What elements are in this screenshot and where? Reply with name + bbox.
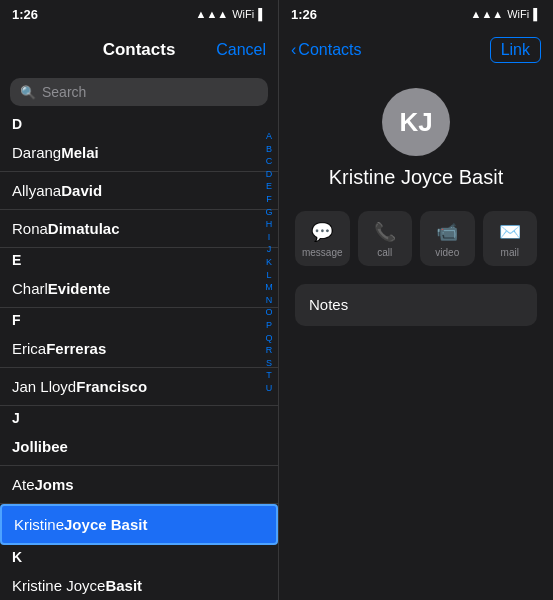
contact-first-name: Allyana — [12, 182, 61, 199]
alpha-letter[interactable]: D — [266, 168, 273, 181]
signal-icon-right: ▲▲▲ — [471, 8, 504, 20]
status-icons-left: ▲▲▲ WiFi ▌ — [196, 8, 266, 20]
action-label-video: video — [435, 247, 459, 258]
alpha-letter[interactable]: M — [265, 281, 273, 294]
alpha-letter[interactable]: C — [266, 155, 273, 168]
alphabet-index[interactable]: ABCDEFGHIJKLMNOPQRSTU — [262, 130, 276, 394]
video-icon: 📹 — [436, 221, 458, 243]
alpha-letter[interactable]: O — [265, 306, 272, 319]
section-header: J — [0, 406, 278, 428]
contact-first-name: Kristine Joyce — [12, 577, 105, 594]
contact-last-name: Francisco — [76, 378, 147, 395]
list-item[interactable]: Darang Melai — [0, 134, 278, 172]
link-button[interactable]: Link — [490, 37, 541, 63]
contact-last-name: Basit — [105, 577, 142, 594]
contact-first-name: Rona — [12, 220, 48, 237]
wifi-icon: WiFi — [232, 8, 254, 20]
section-header: K — [0, 545, 278, 567]
alpha-letter[interactable]: N — [266, 294, 273, 307]
alpha-letter[interactable]: P — [266, 319, 272, 332]
status-icons-right: ▲▲▲ WiFi ▌ — [471, 8, 541, 20]
alpha-letter[interactable]: U — [266, 382, 273, 395]
alpha-letter[interactable]: E — [266, 180, 272, 193]
list-item[interactable]: Jan Lloyd Francisco — [0, 368, 278, 406]
list-item[interactable]: Kristine Joyce Basit — [0, 567, 278, 600]
call-icon: 📞 — [374, 221, 396, 243]
alpha-letter[interactable]: L — [266, 269, 271, 282]
contact-first-name: Kristine — [14, 516, 64, 533]
contact-first-name: Erica — [12, 340, 46, 357]
action-button-call[interactable]: 📞call — [358, 211, 413, 266]
section-header: D — [0, 112, 278, 134]
search-bar: 🔍 Search — [0, 72, 278, 112]
contact-last-name: Joms — [35, 476, 74, 493]
search-placeholder: Search — [42, 84, 86, 100]
alpha-letter[interactable]: H — [266, 218, 273, 231]
avatar-initials: KJ — [399, 107, 432, 138]
search-input-wrap[interactable]: 🔍 Search — [10, 78, 268, 106]
alpha-letter[interactable]: I — [268, 231, 271, 244]
contact-first-name: Ate — [12, 476, 35, 493]
list-item[interactable]: Ate Joms — [0, 466, 278, 504]
message-icon: 💬 — [311, 221, 333, 243]
list-item[interactable]: Jollibee — [0, 428, 278, 466]
action-button-message[interactable]: 💬message — [295, 211, 350, 266]
alpha-letter[interactable]: K — [266, 256, 272, 269]
alpha-letter[interactable]: B — [266, 143, 272, 156]
alpha-letter[interactable]: G — [265, 206, 272, 219]
status-bar-right: 1:26 ▲▲▲ WiFi ▌ — [279, 0, 553, 28]
time-right: 1:26 — [291, 7, 317, 22]
list-item[interactable]: Kristine Joyce Basit — [0, 504, 278, 545]
list-item[interactable]: Rona Dimatulac — [0, 210, 278, 248]
alpha-letter[interactable]: A — [266, 130, 272, 143]
action-button-mail[interactable]: ✉️mail — [483, 211, 538, 266]
contact-first-name: Charl — [12, 280, 48, 297]
notes-label: Notes — [309, 296, 348, 313]
contact-detail: KJ Kristine Joyce Basit — [279, 72, 553, 201]
contact-first-name: Jan Lloyd — [12, 378, 76, 395]
alpha-letter[interactable]: Q — [265, 332, 272, 345]
alpha-letter[interactable]: F — [266, 193, 272, 206]
contact-last-name: Evidente — [48, 280, 111, 297]
alpha-letter[interactable]: R — [266, 344, 273, 357]
cancel-button[interactable]: Cancel — [216, 41, 266, 59]
right-panel: 1:26 ▲▲▲ WiFi ▌ ‹ Contacts Link KJ Krist… — [278, 0, 553, 600]
alpha-letter[interactable]: S — [266, 357, 272, 370]
battery-icon: ▌ — [258, 8, 266, 20]
back-label: Contacts — [298, 41, 361, 59]
wifi-icon-right: WiFi — [507, 8, 529, 20]
notes-section: Notes — [295, 284, 537, 326]
nav-bar-right: ‹ Contacts Link — [279, 28, 553, 72]
signal-icon: ▲▲▲ — [196, 8, 229, 20]
status-bar-left: 1:26 ▲▲▲ WiFi ▌ — [0, 0, 278, 28]
contact-last-name: Dimatulac — [48, 220, 120, 237]
contact-full-name: Kristine Joyce Basit — [329, 166, 504, 189]
battery-icon-right: ▌ — [533, 8, 541, 20]
list-item[interactable]: Allyana David — [0, 172, 278, 210]
chevron-left-icon: ‹ — [291, 41, 296, 59]
mail-icon: ✉️ — [499, 221, 521, 243]
contact-last-name: Joyce Basit — [64, 516, 147, 533]
nav-bar-left: Contacts Cancel — [0, 28, 278, 72]
contacts-title: Contacts — [103, 40, 176, 60]
back-button[interactable]: ‹ Contacts — [291, 41, 361, 59]
action-label-call: call — [377, 247, 392, 258]
alpha-letter[interactable]: T — [266, 369, 272, 382]
action-label-message: message — [302, 247, 343, 258]
contacts-list[interactable]: DDarang MelaiAllyana DavidRona Dimatulac… — [0, 112, 278, 600]
section-header: F — [0, 308, 278, 330]
action-label-mail: mail — [501, 247, 519, 258]
contact-last-name: Jollibee — [12, 438, 68, 455]
contact-last-name: Ferreras — [46, 340, 106, 357]
avatar: KJ — [382, 88, 450, 156]
time-left: 1:26 — [12, 7, 38, 22]
section-header: E — [0, 248, 278, 270]
contact-first-name: Darang — [12, 144, 61, 161]
list-item[interactable]: Erica Ferreras — [0, 330, 278, 368]
action-button-video[interactable]: 📹video — [420, 211, 475, 266]
alpha-letter[interactable]: J — [267, 243, 272, 256]
action-buttons: 💬message📞call📹video✉️mail — [279, 201, 553, 276]
contact-last-name: Melai — [61, 144, 99, 161]
list-item[interactable]: Charl Evidente — [0, 270, 278, 308]
search-icon: 🔍 — [20, 85, 36, 100]
